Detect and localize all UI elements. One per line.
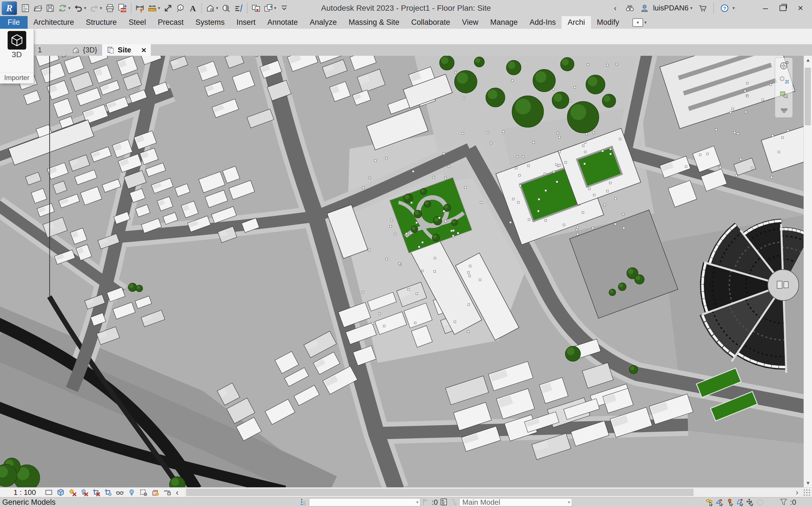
thin-lines-icon[interactable] — [232, 2, 245, 15]
user-menu-chevron-icon[interactable]: ▾ — [690, 5, 694, 11]
ribbon-tab-add-ins[interactable]: Add-Ins — [523, 16, 562, 29]
ribbon-tab-archi[interactable]: Archi — [562, 16, 591, 29]
minimize-button[interactable]: – — [758, 2, 773, 14]
redo-dropdown-icon[interactable]: ▾ — [100, 5, 104, 11]
close-view-icon[interactable]: × — [141, 45, 146, 55]
editable-only-icon[interactable] — [420, 498, 430, 507]
redo-icon[interactable] — [88, 2, 100, 15]
shadows-off-icon[interactable] — [79, 488, 90, 497]
print-icon[interactable] — [104, 2, 116, 15]
ribbon-state-chevron-icon[interactable]: ▾ — [644, 20, 648, 25]
text-note-icon[interactable]: A — [187, 2, 199, 15]
transfer-arrow-icon[interactable] — [449, 498, 459, 507]
design-option-dropdown[interactable]: Main Model▾ — [459, 498, 572, 506]
drag-on-selection-icon[interactable] — [745, 498, 755, 507]
default-3d-view-icon[interactable] — [204, 2, 216, 15]
user-avatar-icon[interactable] — [638, 2, 651, 15]
switch-windows-icon[interactable] — [262, 2, 274, 15]
worksharing-monitor-icon[interactable] — [755, 498, 765, 507]
zoom-region-icon[interactable] — [777, 88, 791, 101]
undo-icon[interactable] — [72, 2, 85, 15]
ribbon-tab-file[interactable]: File — [0, 16, 28, 29]
scroll-right-icon[interactable]: › — [792, 488, 802, 497]
drawing-area[interactable]: 2D — [0, 56, 804, 487]
aligned-dimension-icon[interactable] — [146, 2, 158, 15]
select-underlay-icon[interactable] — [714, 498, 725, 507]
section-icon[interactable] — [220, 2, 232, 15]
temporary-view-properties-icon[interactable] — [138, 488, 149, 497]
ribbon-tab-precast[interactable]: Precast — [152, 16, 190, 29]
visual-style-icon[interactable] — [55, 488, 66, 497]
export-pdf-icon[interactable]: PDF — [116, 2, 129, 15]
crop-view-off-icon[interactable] — [91, 488, 101, 497]
selection-filter-icon[interactable] — [779, 498, 789, 507]
sun-path-off-icon[interactable] — [67, 488, 78, 497]
ribbon-tab-annotate[interactable]: Annotate — [261, 16, 304, 29]
default-3d-view-dropdown-icon[interactable]: ▾ — [216, 5, 220, 11]
ribbon-display-toggle[interactable]: ▾▾ — [632, 16, 648, 29]
ribbon-tab-insert[interactable]: Insert — [231, 16, 262, 29]
view-tab-site[interactable]: Site× — [102, 44, 151, 56]
aligned-dimension-dropdown-icon[interactable]: ▾ — [158, 5, 162, 11]
ribbon-tab-systems[interactable]: Systems — [190, 16, 231, 29]
close-button[interactable]: × — [793, 2, 808, 14]
full-navigation-wheel-icon[interactable] — [777, 59, 791, 72]
ribbon-tab-view[interactable]: View — [456, 16, 485, 29]
select-by-face-icon[interactable] — [735, 498, 745, 507]
close-inactive-windows-icon[interactable] — [250, 2, 262, 15]
scroll-up-icon[interactable]: ▲ — [804, 56, 812, 64]
save-icon[interactable] — [44, 2, 56, 15]
app-store-cart-icon[interactable] — [696, 2, 709, 15]
scroll-down-icon[interactable]: ▼ — [804, 479, 812, 487]
ribbon-state-toggle-icon[interactable]: ▾ — [632, 18, 643, 27]
restore-button[interactable] — [775, 2, 791, 14]
wheel-2d-icon[interactable]: 2D — [777, 73, 791, 87]
view-tab-3d[interactable]: {3D} — [67, 44, 102, 56]
show-crop-region-icon[interactable] — [103, 488, 113, 497]
help-menu-chevron-icon[interactable]: ▾ — [732, 5, 737, 11]
reveal-constraints-icon[interactable] — [162, 488, 172, 497]
tag-by-category-icon[interactable]: 1 — [174, 2, 187, 15]
ribbon-tab-massing-site[interactable]: Massing & Site — [343, 16, 405, 29]
select-pinned-icon[interactable] — [725, 498, 735, 507]
reveal-hidden-elements-icon[interactable] — [126, 488, 137, 497]
vertical-scrollbar[interactable]: ▲ ▼ — [804, 56, 812, 487]
horizontal-scroll-thumb[interactable] — [186, 489, 694, 496]
temporary-hide-isolate-icon[interactable] — [114, 488, 125, 497]
collapse-control-bar-icon[interactable]: ‹ — [172, 488, 182, 497]
site-plan-canvas[interactable] — [0, 56, 804, 487]
vertical-scroll-thumb[interactable] — [805, 68, 811, 125]
ribbon-tab-structure[interactable]: Structure — [80, 16, 123, 29]
ribbon-tab-steel[interactable]: Steel — [123, 16, 152, 29]
view-tab-1[interactable]: 1 — [33, 44, 67, 56]
undo-dropdown-icon[interactable]: ▾ — [84, 5, 88, 11]
3d-import-button[interactable] — [8, 31, 26, 50]
switch-windows-dropdown-icon[interactable]: ▾ — [274, 5, 278, 11]
ribbon-tab-modify[interactable]: Modify — [591, 16, 625, 29]
active-workset-icon[interactable] — [299, 498, 309, 507]
sync-with-central-dropdown-icon[interactable]: ▾ — [68, 5, 72, 11]
modify-arrow-icon[interactable] — [162, 2, 174, 15]
customize-qat-icon[interactable] — [278, 2, 290, 15]
ribbon-tab-analyze[interactable]: Analyze — [304, 16, 343, 29]
select-links-icon[interactable] — [704, 498, 714, 507]
sync-with-central-icon[interactable] — [56, 2, 69, 15]
detail-level-icon[interactable] — [43, 488, 54, 497]
horizontal-scrollbar[interactable]: › — [184, 488, 812, 497]
file-properties-icon[interactable] — [19, 2, 32, 15]
status-properties-icon[interactable] — [439, 498, 449, 507]
workset-dropdown[interactable]: ▾ — [309, 498, 420, 506]
search-icon[interactable] — [624, 2, 636, 15]
nav-more-icon[interactable] — [777, 103, 791, 116]
collapse-search-icon[interactable]: ‹ — [609, 2, 621, 15]
analytical-model-icon[interactable] — [150, 488, 161, 497]
ribbon-tab-architecture[interactable]: Architecture — [28, 16, 80, 29]
revit-logo-icon[interactable]: R — [2, 1, 17, 15]
open-folder-icon[interactable] — [32, 2, 44, 15]
view-scale-button[interactable]: 1 : 100 — [0, 488, 43, 497]
user-name[interactable]: luisPDAN6 — [653, 4, 689, 12]
ribbon-tab-collaborate[interactable]: Collaborate — [405, 16, 456, 29]
help-icon[interactable]: ? — [718, 2, 731, 15]
3d-button-label[interactable]: 3D — [12, 50, 22, 59]
ribbon-tab-manage[interactable]: Manage — [485, 16, 524, 29]
